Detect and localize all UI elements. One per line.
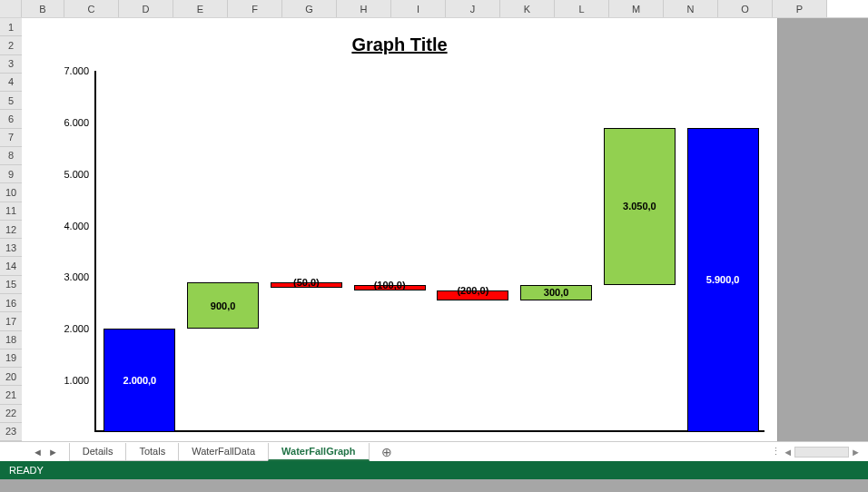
- y-tick-label: 2.000: [53, 323, 89, 334]
- waterfall-bar[interactable]: 3.050,0: [604, 128, 676, 285]
- row-header[interactable]: 21: [0, 386, 22, 404]
- bottom-strip: [0, 479, 868, 492]
- row-header[interactable]: 8: [0, 147, 22, 165]
- bar-data-label: (200,0): [438, 285, 508, 296]
- y-tick-label: 6.000: [53, 117, 89, 128]
- status-bar: READY: [0, 461, 868, 479]
- row-header[interactable]: 6: [0, 110, 22, 128]
- horizontal-scroll[interactable]: ⋮ ◄ ►: [771, 446, 861, 458]
- y-tick-label: 4.000: [53, 221, 89, 231]
- row-headers: 1234567891011121314151617181920212223: [0, 18, 22, 441]
- y-axis: [94, 71, 96, 432]
- row-header[interactable]: 20: [0, 368, 22, 386]
- row-header[interactable]: 4: [0, 74, 22, 92]
- y-tick-label: 5.000: [53, 169, 89, 180]
- y-tick-label: 3.000: [53, 271, 89, 282]
- y-tick-label: 1.000: [53, 375, 89, 386]
- column-header[interactable]: I: [391, 0, 446, 17]
- waterfall-bar[interactable]: (200,0): [437, 290, 508, 300]
- scroll-left-icon[interactable]: ◄: [783, 447, 793, 458]
- bar-data-label: 2.000,0: [104, 375, 174, 386]
- column-header[interactable]: M: [609, 0, 664, 17]
- row-header[interactable]: 5: [0, 92, 22, 110]
- out-of-range-area: [777, 18, 868, 441]
- x-axis: [94, 430, 764, 432]
- bar-data-label: (100,0): [355, 280, 425, 290]
- tab-nav-prev-icon[interactable]: ◄: [33, 447, 43, 458]
- row-header[interactable]: 11: [0, 202, 22, 221]
- scroll-track[interactable]: [794, 447, 849, 458]
- row-header[interactable]: 1: [0, 18, 22, 36]
- row-header[interactable]: 19: [0, 349, 22, 368]
- bar-data-label: (50,0): [271, 277, 341, 288]
- waterfall-bar[interactable]: 300,0: [520, 285, 592, 300]
- sheet-tab-waterfallgraph[interactable]: WaterFallGraph: [268, 443, 370, 461]
- row-header[interactable]: 12: [0, 221, 22, 239]
- column-headers: BCDEFGHIJKLMNOP: [0, 0, 868, 18]
- column-header[interactable]: K: [500, 0, 555, 17]
- tab-nav-next-icon[interactable]: ►: [48, 447, 58, 458]
- column-header[interactable]: E: [173, 0, 228, 17]
- scroll-separator-icon: ⋮: [771, 446, 781, 458]
- row-header[interactable]: 23: [0, 423, 22, 441]
- column-header[interactable]: F: [228, 0, 282, 17]
- row-header[interactable]: 16: [0, 294, 22, 312]
- row-header[interactable]: 3: [0, 55, 22, 74]
- row-header[interactable]: 22: [0, 405, 22, 423]
- row-header[interactable]: 17: [0, 312, 22, 330]
- waterfall-bar[interactable]: (100,0): [354, 285, 426, 290]
- status-ready: READY: [9, 465, 44, 476]
- y-tick-label: 7.000: [53, 65, 89, 76]
- sheet-tab-details[interactable]: Details: [69, 443, 127, 461]
- tab-nav-arrows[interactable]: ◄ ►: [22, 447, 69, 458]
- chart-title[interactable]: Graph Title: [22, 18, 777, 55]
- add-sheet-button[interactable]: ⊕: [369, 445, 405, 459]
- row-header[interactable]: 13: [0, 239, 22, 257]
- bar-data-label: 300,0: [521, 287, 591, 298]
- column-header[interactable]: N: [664, 0, 718, 17]
- row-header[interactable]: 18: [0, 331, 22, 349]
- waterfall-bar[interactable]: (50,0): [271, 282, 342, 288]
- column-header[interactable]: J: [446, 0, 500, 17]
- row-header[interactable]: 9: [0, 165, 22, 183]
- column-header[interactable]: L: [555, 0, 609, 17]
- row-header[interactable]: 14: [0, 257, 22, 275]
- column-header[interactable]: C: [64, 0, 119, 17]
- select-all-cell[interactable]: [0, 0, 22, 17]
- column-header[interactable]: B: [22, 0, 64, 17]
- column-header[interactable]: P: [773, 0, 827, 17]
- waterfall-bar[interactable]: 5.900,0: [687, 128, 759, 432]
- sheet-tab-bar: ◄ ► DetailsTotalsWaterFallDataWaterFallG…: [0, 441, 868, 461]
- waterfall-bar[interactable]: 2.000,0: [104, 329, 175, 432]
- chart-plot-area[interactable]: 1.0002.0003.0004.0005.0006.0007.000 2.00…: [58, 71, 766, 432]
- column-header[interactable]: G: [282, 0, 337, 17]
- scroll-right-icon[interactable]: ►: [851, 447, 861, 458]
- row-header[interactable]: 15: [0, 276, 22, 294]
- bar-data-label: 3.050,0: [605, 201, 675, 212]
- chart-object[interactable]: Graph Title 1.0002.0003.0004.0005.0006.0…: [22, 18, 777, 441]
- row-header[interactable]: 2: [0, 36, 22, 54]
- row-header[interactable]: 10: [0, 183, 22, 202]
- bar-data-label: 900,0: [188, 300, 258, 311]
- row-header[interactable]: 7: [0, 129, 22, 147]
- sheet-tab-waterfalldata[interactable]: WaterFallData: [178, 443, 269, 461]
- waterfall-bar[interactable]: 900,0: [187, 282, 259, 329]
- bar-data-label: 5.900,0: [688, 274, 758, 285]
- sheet-tab-totals[interactable]: Totals: [125, 443, 179, 461]
- column-header[interactable]: O: [718, 0, 773, 17]
- column-header[interactable]: D: [119, 0, 173, 17]
- column-header[interactable]: H: [337, 0, 391, 17]
